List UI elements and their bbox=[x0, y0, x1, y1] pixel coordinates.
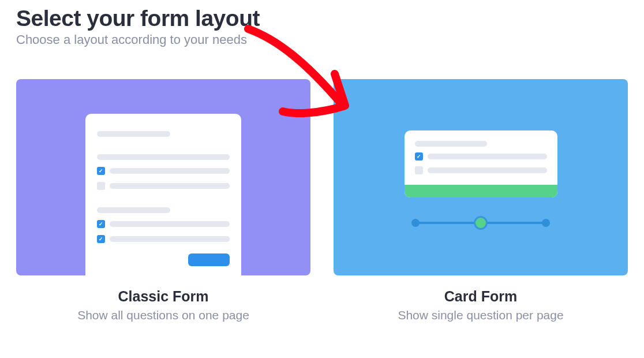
placeholder-line bbox=[110, 236, 230, 242]
progress-dot bbox=[542, 219, 550, 227]
progress-track bbox=[411, 222, 550, 224]
checkbox-checked-icon: ✓ bbox=[97, 220, 105, 228]
placeholder-line bbox=[428, 154, 547, 159]
form-row: ✓ bbox=[97, 235, 230, 243]
checkbox-unchecked-icon bbox=[97, 182, 105, 190]
form-row bbox=[97, 182, 230, 190]
form-row bbox=[415, 166, 547, 174]
option-classic-form[interactable]: ✓ ✓ ✓ Classic Form bbox=[16, 79, 310, 322]
preview-classic: ✓ ✓ ✓ bbox=[16, 79, 310, 275]
placeholder-line bbox=[415, 141, 488, 147]
placeholder-line bbox=[110, 221, 230, 227]
option-classic-title: Classic Form bbox=[16, 288, 310, 305]
option-classic-description: Show all questions on one page bbox=[16, 308, 310, 322]
option-card-title: Card Form bbox=[334, 288, 628, 305]
placeholder-line bbox=[97, 131, 170, 137]
preview-card: ✓ bbox=[334, 79, 628, 275]
placeholder-line bbox=[110, 168, 230, 174]
form-sheet-illustration: ✓ ✓ ✓ bbox=[85, 114, 241, 275]
placeholder-line bbox=[97, 207, 170, 213]
form-row: ✓ bbox=[97, 167, 230, 175]
checkbox-checked-icon: ✓ bbox=[97, 235, 105, 243]
placeholder-line bbox=[428, 167, 547, 173]
form-row: ✓ bbox=[97, 220, 230, 228]
page-subtitle: Choose a layout according to your needs bbox=[16, 32, 628, 47]
placeholder-line bbox=[110, 183, 230, 189]
checkbox-unchecked-icon bbox=[415, 166, 423, 174]
page-header: Select your form layout Choose a layout … bbox=[16, 6, 628, 47]
progress-dot-active bbox=[474, 216, 488, 230]
option-card-form[interactable]: ✓ Card Form Show single question per pag… bbox=[334, 79, 628, 322]
page-title: Select your form layout bbox=[16, 6, 628, 31]
submit-button-illustration bbox=[188, 253, 230, 266]
card-action-bar bbox=[405, 185, 557, 197]
form-row: ✓ bbox=[415, 152, 547, 161]
checkbox-checked-icon: ✓ bbox=[97, 167, 105, 175]
placeholder-line bbox=[97, 154, 230, 160]
progress-dot bbox=[411, 219, 420, 227]
option-card-description: Show single question per page bbox=[334, 308, 628, 322]
layout-options: ✓ ✓ ✓ Classic Form bbox=[16, 79, 628, 322]
card-illustration: ✓ bbox=[405, 130, 557, 197]
checkbox-checked-icon: ✓ bbox=[415, 152, 423, 161]
